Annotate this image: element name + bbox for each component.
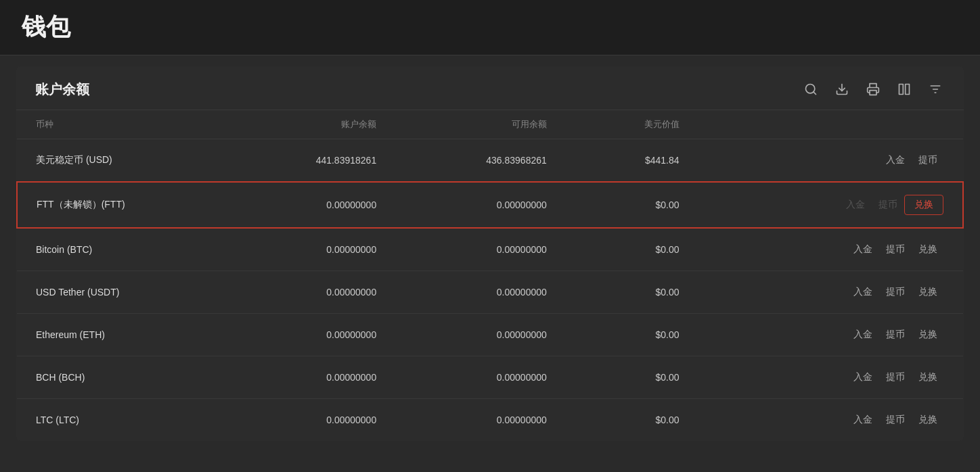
withdraw-button[interactable]: 提币	[912, 151, 944, 169]
action-cell[interactable]: 入金提币兑换	[698, 314, 963, 356]
available-cell: 0.00000000	[395, 399, 566, 442]
svg-line-1	[814, 92, 816, 95]
available-cell: 436.83968261	[395, 139, 566, 183]
action-cell[interactable]: 入金提币兑换	[698, 271, 963, 314]
search-icon[interactable]	[801, 80, 820, 99]
filter-icon[interactable]	[926, 80, 945, 99]
print-icon[interactable]	[864, 80, 883, 99]
currency-name-cell: LTC (LTC)	[17, 399, 225, 442]
deposit-button[interactable]: 入金	[847, 369, 879, 386]
table-row: USD Tether (USDT)0.000000000.00000000$0.…	[17, 271, 963, 314]
withdraw-button[interactable]: 提币	[879, 241, 912, 258]
action-cell[interactable]: 入金提币兑换	[698, 399, 963, 442]
svg-rect-3	[870, 91, 876, 95]
available-cell: 0.00000000	[395, 228, 566, 271]
table-row: LTC (LTC)0.000000000.00000000$0.00入金提币兑换	[17, 399, 963, 442]
section-header: 账户余额	[16, 66, 964, 110]
currency-name-cell: 美元稳定币 (USD)	[17, 139, 225, 183]
deposit-button[interactable]: 入金	[847, 326, 879, 344]
available-cell: 0.00000000	[395, 182, 566, 228]
available-cell: 0.00000000	[395, 356, 566, 399]
deposit-button[interactable]: 入金	[847, 411, 879, 429]
usd-value-cell: $0.00	[566, 228, 698, 271]
deposit-button[interactable]: 入金	[839, 196, 872, 214]
withdraw-button[interactable]: 提币	[879, 326, 912, 344]
balance-table: 币种 账户余额 可用余额 美元价值 美元稳定币 (USD)441.8391826…	[16, 110, 964, 441]
col-available: 可用余额	[395, 110, 566, 139]
section-title: 账户余额	[35, 80, 89, 99]
exchange-button[interactable]: 兑换	[912, 241, 944, 258]
action-cell[interactable]: 入金提币兑换	[698, 228, 963, 271]
currency-name-cell: BCH (BCH)	[17, 356, 225, 399]
usd-value-cell: $0.00	[566, 271, 698, 314]
table-row: BCH (BCH)0.000000000.00000000$0.00入金提币兑换	[17, 356, 963, 399]
action-cell[interactable]: 入金提币	[698, 139, 963, 183]
exchange-button[interactable]: 兑换	[912, 326, 944, 344]
usd-value-cell: $441.84	[566, 139, 698, 183]
exchange-button[interactable]: 兑换	[904, 195, 943, 215]
page-header: 钱包	[0, 0, 980, 55]
table-row: Bitcoin (BTC)0.000000000.00000000$0.00入金…	[17, 228, 963, 271]
usd-value-cell: $0.00	[566, 399, 698, 442]
deposit-button[interactable]: 入金	[847, 283, 879, 301]
usd-value-cell: $0.00	[566, 314, 698, 356]
usd-value-cell: $0.00	[566, 182, 698, 228]
usd-value-cell: $0.00	[566, 356, 698, 399]
columns-icon[interactable]	[895, 80, 914, 99]
balance-cell: 0.00000000	[225, 356, 396, 399]
col-balance: 账户余额	[225, 110, 396, 139]
svg-rect-4	[899, 85, 904, 95]
col-currency: 币种	[17, 110, 225, 139]
balance-cell: 0.00000000	[225, 182, 396, 228]
balance-cell: 0.00000000	[225, 271, 396, 314]
deposit-button[interactable]: 入金	[847, 241, 879, 258]
table-row: 美元稳定币 (USD)441.83918261436.83968261$441.…	[17, 139, 963, 183]
page-title: 钱包	[22, 11, 958, 44]
balance-cell: 0.00000000	[225, 399, 396, 442]
balance-cell: 0.00000000	[225, 314, 396, 356]
balance-cell: 441.83918261	[225, 139, 396, 183]
withdraw-button[interactable]: 提币	[872, 196, 904, 214]
deposit-button[interactable]: 入金	[879, 151, 912, 169]
available-cell: 0.00000000	[395, 271, 566, 314]
balance-cell: 0.00000000	[225, 228, 396, 271]
table-row: FTT（未解锁）(FTT)0.000000000.00000000$0.00入金…	[17, 182, 963, 228]
col-usd-value: 美元价值	[566, 110, 698, 139]
withdraw-button[interactable]: 提币	[879, 283, 912, 301]
currency-name-cell: USD Tether (USDT)	[17, 271, 225, 314]
content-area: 账户余额	[16, 66, 964, 441]
available-cell: 0.00000000	[395, 314, 566, 356]
withdraw-button[interactable]: 提币	[879, 369, 912, 386]
exchange-button[interactable]: 兑换	[912, 369, 944, 386]
action-cell[interactable]: 入金提币兑换	[698, 182, 963, 228]
currency-name-cell: Bitcoin (BTC)	[17, 228, 225, 271]
col-actions	[698, 110, 963, 139]
exchange-button[interactable]: 兑换	[912, 283, 944, 301]
table-row: Ethereum (ETH)0.000000000.00000000$0.00入…	[17, 314, 963, 356]
currency-name-cell: Ethereum (ETH)	[17, 314, 225, 356]
withdraw-button[interactable]: 提币	[879, 411, 912, 429]
currency-name-cell: FTT（未解锁）(FTT)	[17, 182, 225, 228]
exchange-button[interactable]: 兑换	[912, 411, 944, 429]
action-cell[interactable]: 入金提币兑换	[698, 356, 963, 399]
download-icon[interactable]	[832, 80, 851, 99]
svg-rect-5	[906, 85, 910, 95]
toolbar-icons	[801, 80, 945, 99]
